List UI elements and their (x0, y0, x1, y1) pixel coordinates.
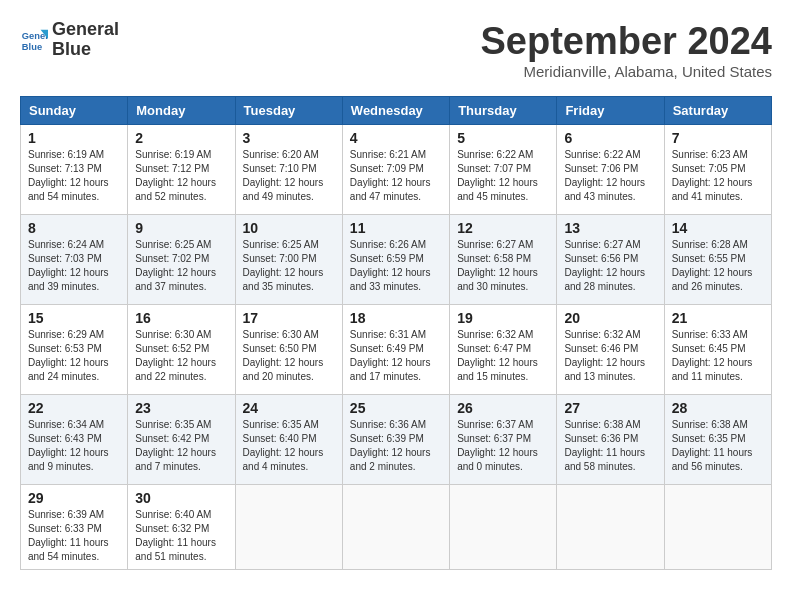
calendar-cell: 25Sunrise: 6:36 AMSunset: 6:39 PMDayligh… (342, 395, 449, 485)
cell-content: Sunrise: 6:38 AMSunset: 6:36 PMDaylight:… (564, 418, 656, 474)
day-number: 7 (672, 130, 764, 146)
day-number: 12 (457, 220, 549, 236)
cell-content: Sunrise: 6:19 AMSunset: 7:12 PMDaylight:… (135, 148, 227, 204)
logo-icon: General Blue (20, 26, 48, 54)
calendar-table: SundayMondayTuesdayWednesdayThursdayFrid… (20, 96, 772, 570)
calendar-cell: 23Sunrise: 6:35 AMSunset: 6:42 PMDayligh… (128, 395, 235, 485)
calendar-cell: 3Sunrise: 6:20 AMSunset: 7:10 PMDaylight… (235, 125, 342, 215)
calendar-week-row: 8Sunrise: 6:24 AMSunset: 7:03 PMDaylight… (21, 215, 772, 305)
calendar-cell (342, 485, 449, 570)
cell-content: Sunrise: 6:34 AMSunset: 6:43 PMDaylight:… (28, 418, 120, 474)
calendar-cell: 4Sunrise: 6:21 AMSunset: 7:09 PMDaylight… (342, 125, 449, 215)
calendar-day-header: Monday (128, 97, 235, 125)
calendar-cell: 1Sunrise: 6:19 AMSunset: 7:13 PMDaylight… (21, 125, 128, 215)
title-section: September 2024 Meridianville, Alabama, U… (481, 20, 773, 80)
cell-content: Sunrise: 6:23 AMSunset: 7:05 PMDaylight:… (672, 148, 764, 204)
calendar-cell: 24Sunrise: 6:35 AMSunset: 6:40 PMDayligh… (235, 395, 342, 485)
cell-content: Sunrise: 6:36 AMSunset: 6:39 PMDaylight:… (350, 418, 442, 474)
calendar-cell: 20Sunrise: 6:32 AMSunset: 6:46 PMDayligh… (557, 305, 664, 395)
calendar-cell: 14Sunrise: 6:28 AMSunset: 6:55 PMDayligh… (664, 215, 771, 305)
cell-content: Sunrise: 6:22 AMSunset: 7:07 PMDaylight:… (457, 148, 549, 204)
day-number: 19 (457, 310, 549, 326)
cell-content: Sunrise: 6:24 AMSunset: 7:03 PMDaylight:… (28, 238, 120, 294)
calendar-cell: 11Sunrise: 6:26 AMSunset: 6:59 PMDayligh… (342, 215, 449, 305)
calendar-cell: 5Sunrise: 6:22 AMSunset: 7:07 PMDaylight… (450, 125, 557, 215)
day-number: 14 (672, 220, 764, 236)
calendar-cell: 16Sunrise: 6:30 AMSunset: 6:52 PMDayligh… (128, 305, 235, 395)
day-number: 20 (564, 310, 656, 326)
calendar-cell: 6Sunrise: 6:22 AMSunset: 7:06 PMDaylight… (557, 125, 664, 215)
cell-content: Sunrise: 6:19 AMSunset: 7:13 PMDaylight:… (28, 148, 120, 204)
calendar-cell: 12Sunrise: 6:27 AMSunset: 6:58 PMDayligh… (450, 215, 557, 305)
day-number: 5 (457, 130, 549, 146)
day-number: 1 (28, 130, 120, 146)
calendar-cell (235, 485, 342, 570)
calendar-cell (450, 485, 557, 570)
calendar-cell: 29Sunrise: 6:39 AMSunset: 6:33 PMDayligh… (21, 485, 128, 570)
logo: General Blue General Blue (20, 20, 119, 60)
calendar-week-row: 15Sunrise: 6:29 AMSunset: 6:53 PMDayligh… (21, 305, 772, 395)
day-number: 3 (243, 130, 335, 146)
calendar-cell (664, 485, 771, 570)
day-number: 13 (564, 220, 656, 236)
day-number: 22 (28, 400, 120, 416)
calendar-cell: 17Sunrise: 6:30 AMSunset: 6:50 PMDayligh… (235, 305, 342, 395)
day-number: 4 (350, 130, 442, 146)
calendar-cell: 28Sunrise: 6:38 AMSunset: 6:35 PMDayligh… (664, 395, 771, 485)
day-number: 16 (135, 310, 227, 326)
calendar-header-row: SundayMondayTuesdayWednesdayThursdayFrid… (21, 97, 772, 125)
month-title: September 2024 (481, 20, 773, 63)
calendar-cell: 7Sunrise: 6:23 AMSunset: 7:05 PMDaylight… (664, 125, 771, 215)
calendar-cell: 19Sunrise: 6:32 AMSunset: 6:47 PMDayligh… (450, 305, 557, 395)
day-number: 25 (350, 400, 442, 416)
page-header: General Blue General Blue September 2024… (20, 20, 772, 80)
day-number: 23 (135, 400, 227, 416)
cell-content: Sunrise: 6:39 AMSunset: 6:33 PMDaylight:… (28, 508, 120, 564)
calendar-cell: 2Sunrise: 6:19 AMSunset: 7:12 PMDaylight… (128, 125, 235, 215)
cell-content: Sunrise: 6:30 AMSunset: 6:52 PMDaylight:… (135, 328, 227, 384)
day-number: 28 (672, 400, 764, 416)
day-number: 17 (243, 310, 335, 326)
cell-content: Sunrise: 6:28 AMSunset: 6:55 PMDaylight:… (672, 238, 764, 294)
day-number: 27 (564, 400, 656, 416)
calendar-cell: 18Sunrise: 6:31 AMSunset: 6:49 PMDayligh… (342, 305, 449, 395)
calendar-cell: 13Sunrise: 6:27 AMSunset: 6:56 PMDayligh… (557, 215, 664, 305)
day-number: 18 (350, 310, 442, 326)
cell-content: Sunrise: 6:25 AMSunset: 7:02 PMDaylight:… (135, 238, 227, 294)
calendar-day-header: Sunday (21, 97, 128, 125)
day-number: 6 (564, 130, 656, 146)
day-number: 21 (672, 310, 764, 326)
logo-text: General Blue (52, 20, 119, 60)
cell-content: Sunrise: 6:32 AMSunset: 6:47 PMDaylight:… (457, 328, 549, 384)
calendar-cell: 27Sunrise: 6:38 AMSunset: 6:36 PMDayligh… (557, 395, 664, 485)
cell-content: Sunrise: 6:40 AMSunset: 6:32 PMDaylight:… (135, 508, 227, 564)
cell-content: Sunrise: 6:31 AMSunset: 6:49 PMDaylight:… (350, 328, 442, 384)
cell-content: Sunrise: 6:29 AMSunset: 6:53 PMDaylight:… (28, 328, 120, 384)
cell-content: Sunrise: 6:26 AMSunset: 6:59 PMDaylight:… (350, 238, 442, 294)
calendar-week-row: 1Sunrise: 6:19 AMSunset: 7:13 PMDaylight… (21, 125, 772, 215)
calendar-week-row: 22Sunrise: 6:34 AMSunset: 6:43 PMDayligh… (21, 395, 772, 485)
calendar-week-row: 29Sunrise: 6:39 AMSunset: 6:33 PMDayligh… (21, 485, 772, 570)
cell-content: Sunrise: 6:35 AMSunset: 6:40 PMDaylight:… (243, 418, 335, 474)
svg-text:Blue: Blue (22, 42, 42, 52)
calendar-day-header: Friday (557, 97, 664, 125)
cell-content: Sunrise: 6:32 AMSunset: 6:46 PMDaylight:… (564, 328, 656, 384)
calendar-cell (557, 485, 664, 570)
cell-content: Sunrise: 6:22 AMSunset: 7:06 PMDaylight:… (564, 148, 656, 204)
calendar-cell: 30Sunrise: 6:40 AMSunset: 6:32 PMDayligh… (128, 485, 235, 570)
day-number: 26 (457, 400, 549, 416)
location-title: Meridianville, Alabama, United States (481, 63, 773, 80)
calendar-cell: 21Sunrise: 6:33 AMSunset: 6:45 PMDayligh… (664, 305, 771, 395)
cell-content: Sunrise: 6:25 AMSunset: 7:00 PMDaylight:… (243, 238, 335, 294)
cell-content: Sunrise: 6:27 AMSunset: 6:56 PMDaylight:… (564, 238, 656, 294)
day-number: 11 (350, 220, 442, 236)
day-number: 2 (135, 130, 227, 146)
day-number: 30 (135, 490, 227, 506)
cell-content: Sunrise: 6:35 AMSunset: 6:42 PMDaylight:… (135, 418, 227, 474)
calendar-cell: 8Sunrise: 6:24 AMSunset: 7:03 PMDaylight… (21, 215, 128, 305)
calendar-day-header: Saturday (664, 97, 771, 125)
cell-content: Sunrise: 6:37 AMSunset: 6:37 PMDaylight:… (457, 418, 549, 474)
day-number: 24 (243, 400, 335, 416)
calendar-cell: 26Sunrise: 6:37 AMSunset: 6:37 PMDayligh… (450, 395, 557, 485)
cell-content: Sunrise: 6:21 AMSunset: 7:09 PMDaylight:… (350, 148, 442, 204)
